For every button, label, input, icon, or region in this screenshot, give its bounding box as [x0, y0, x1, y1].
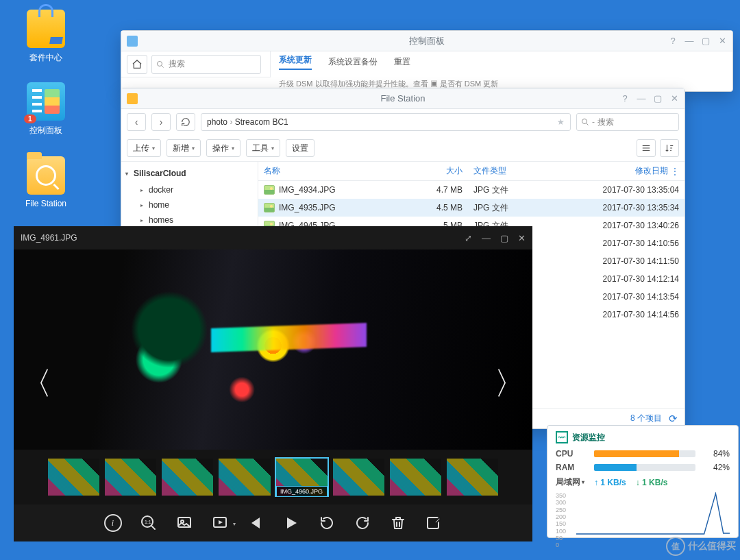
back-button[interactable]: ‹ [127, 113, 146, 131]
tree-node[interactable]: ▸homes [125, 212, 254, 228]
slideshow-button[interactable]: ▾ [211, 514, 229, 532]
watermark: 值 什么值得买 [666, 537, 736, 556]
search-placeholder: 搜索 [597, 117, 614, 128]
thumbnail[interactable] [219, 459, 270, 496]
desktop-icon-package-center[interactable]: 套件中心 [15, 10, 77, 64]
file-name: IMG_4935.JPG [279, 203, 336, 212]
icon-label: File Station [15, 199, 77, 208]
svg-marker-9 [287, 518, 297, 528]
minimize-button[interactable]: — [634, 93, 649, 105]
ram-label: RAM [556, 463, 587, 472]
rotate-left-button[interactable] [318, 514, 336, 532]
file-date: 2017-07-30 14:13:54 [603, 288, 679, 306]
close-button[interactable]: ✕ [715, 35, 730, 47]
forward-button[interactable]: › [151, 113, 171, 131]
zoom-actual-button[interactable]: 1:1 [140, 514, 158, 532]
shopping-bag-icon [27, 10, 65, 48]
action-button[interactable]: 操作▾ [206, 139, 241, 157]
thumbnail[interactable] [447, 459, 498, 496]
resource-monitor-widget: 〰 资源监控 CPU 84% RAM 42% 局域网 ▾ ↑ 1 KB/s ↓ … [547, 425, 739, 538]
pulse-icon: 〰 [556, 431, 568, 443]
tree-root[interactable]: ▾SiliscarCloud [125, 169, 254, 178]
maximize-button[interactable]: ▢ [650, 93, 665, 105]
path-breadcrumb[interactable]: photo › Streacom BC1 ★ [201, 113, 571, 131]
image-viewer-window: IMG_4961.JPG ⤢ — ▢ ✕ 〈 〉 IMG_4960.JPG i … [14, 226, 532, 541]
desktop-icon-file-station[interactable]: File Station [15, 156, 77, 208]
maximize-button[interactable]: ▢ [500, 233, 508, 243]
control-panel-search[interactable]: 搜索 [151, 55, 261, 74]
upload-button[interactable]: 上传▾ [127, 139, 161, 157]
next-image-button[interactable]: 〉 [487, 356, 532, 412]
desktop-icon-control-panel[interactable]: 1 控制面板 [15, 82, 77, 136]
lan-label[interactable]: 局域网 ▾ [556, 476, 584, 488]
close-button[interactable]: ✕ [518, 233, 526, 243]
thumbnail[interactable] [48, 459, 99, 496]
column-menu-icon[interactable]: ⋮ [671, 167, 679, 176]
col-size[interactable]: 大小 [426, 165, 473, 177]
app-icon [127, 93, 138, 104]
delete-button[interactable] [389, 514, 407, 532]
app-icon [127, 36, 138, 47]
window-titlebar[interactable]: 控制面板 ? — ▢ ✕ [121, 31, 732, 51]
minimize-button[interactable]: — [482, 233, 491, 243]
thumbnail-selected[interactable]: IMG_4960.JPG [276, 459, 328, 496]
file-date: 2017-07-30 13:35:34 [569, 203, 679, 212]
file-row[interactable]: IMG_4934.JPG4.7 MBJPG 文件2017-07-30 13:35… [258, 181, 684, 199]
thumbnail[interactable] [390, 459, 441, 496]
viewer-titlebar[interactable]: IMG_4961.JPG ⤢ — ▢ ✕ [14, 226, 532, 249]
svg-point-0 [158, 61, 162, 66]
col-name[interactable]: 名称 [264, 165, 426, 177]
step-back-button[interactable] [247, 514, 264, 532]
wallpaper-button[interactable] [175, 514, 193, 532]
file-date: 2017-07-30 14:11:50 [603, 252, 679, 270]
window-titlebar[interactable]: File Station ? — ▢ ✕ [121, 88, 684, 109]
prev-image-button[interactable]: 〈 [14, 356, 59, 412]
file-date: 2017-07-30 13:35:04 [569, 185, 679, 195]
view-list-button[interactable] [637, 139, 656, 157]
refresh-button[interactable]: ⟳ [669, 413, 678, 425]
svg-point-1 [582, 119, 587, 124]
viewer-image[interactable] [14, 249, 532, 450]
play-button[interactable] [282, 514, 300, 532]
file-size: 4.5 MB [426, 203, 473, 212]
thumbnail[interactable] [333, 459, 384, 496]
file-type: JPG 文件 [473, 202, 569, 214]
tree-node[interactable]: ▸home [125, 197, 254, 212]
favorite-star-icon[interactable]: ★ [557, 117, 565, 127]
thumbnail-caption: IMG_4960.JPG [276, 486, 328, 497]
col-date[interactable]: 修改日期 [635, 165, 668, 177]
thumbnail[interactable] [105, 459, 156, 496]
maximize-button[interactable]: ▢ [698, 35, 713, 47]
fullscreen-button[interactable]: ⤢ [465, 233, 472, 243]
window-title: 控制面板 [409, 35, 445, 47]
tab-config-backup[interactable]: 系统设置备份 [328, 56, 378, 68]
file-search[interactable]: - 搜索 [576, 113, 679, 131]
col-type[interactable]: 文件类型 [473, 165, 569, 177]
file-row[interactable]: IMG_4935.JPG4.5 MBJPG 文件2017-07-30 13:35… [258, 199, 684, 217]
sort-button[interactable] [660, 139, 679, 157]
viewer-toolbar: i 1:1 ▾ [14, 504, 532, 541]
tools-button[interactable]: 工具▾ [246, 139, 280, 157]
tree-node[interactable]: ▸docker [125, 182, 254, 197]
help-button[interactable]: ? [665, 35, 680, 47]
rotate-right-button[interactable] [354, 514, 371, 532]
breadcrumb-folder[interactable]: Streacom BC1 [235, 117, 288, 127]
new-button[interactable]: 新增▾ [166, 139, 201, 157]
file-name: IMG_4934.JPG [279, 185, 336, 195]
tab-reset[interactable]: 重置 [394, 56, 410, 68]
tab-system-update[interactable]: 系统更新 [279, 54, 312, 70]
viewer-title: IMG_4961.JPG [21, 233, 77, 243]
home-button[interactable] [127, 55, 147, 74]
info-button[interactable]: i [104, 514, 122, 532]
breadcrumb-root[interactable]: photo [207, 117, 227, 127]
help-button[interactable]: ? [617, 93, 632, 105]
search-placeholder: 搜索 [169, 58, 185, 70]
notification-badge: 1 [24, 114, 36, 123]
settings-button[interactable]: 设置 [286, 139, 314, 157]
thumbnail[interactable] [162, 459, 213, 496]
edit-button[interactable] [425, 514, 443, 532]
icon-label: 套件中心 [15, 52, 77, 64]
minimize-button[interactable]: — [682, 35, 697, 47]
close-button[interactable]: ✕ [667, 93, 682, 105]
reload-button[interactable] [176, 113, 195, 131]
